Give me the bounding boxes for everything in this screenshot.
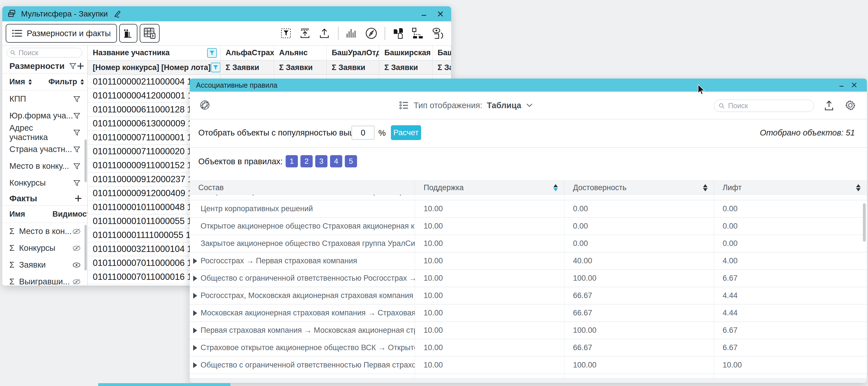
sidebar-item-fact[interactable]: ΣЗаявки — [2, 257, 87, 273]
popularity-threshold-input[interactable] — [352, 126, 374, 140]
sort-confidence-icon[interactable] — [703, 184, 708, 191]
column-header-participant[interactable]: Альянс — [274, 46, 327, 60]
rule-row[interactable]: Общество с ограниченной ответственностью… — [190, 357, 867, 374]
collapse-rows-icon[interactable] — [299, 27, 312, 39]
filter-funnel-icon[interactable] — [73, 112, 81, 120]
rule-row[interactable]: Закрытое акционерное общество Страховая … — [190, 235, 867, 253]
column-header-lift[interactable]: Лифт — [714, 181, 867, 195]
rule-row[interactable]: Московская акционерная страховая компани… — [190, 305, 867, 322]
minimize-button[interactable] — [417, 8, 430, 20]
add-fact-button[interactable] — [74, 195, 82, 202]
facts-scrollbar[interactable] — [85, 225, 87, 270]
rule-size-button[interactable]: 1 — [286, 155, 298, 168]
filter-funnel-icon[interactable] — [73, 179, 81, 187]
column-header-confidence[interactable]: Достоверность — [564, 181, 714, 195]
visibility-eye-off-icon[interactable] — [72, 279, 81, 285]
sidebar-item-dimension[interactable]: Место в конку... — [2, 158, 87, 175]
expand-row-icon[interactable] — [193, 362, 197, 368]
sidebar-search-input[interactable] — [18, 49, 79, 57]
dialog-search[interactable] — [714, 100, 814, 112]
copy-documents-icon[interactable] — [392, 27, 405, 39]
rule-row[interactable]: Росгосстрах, Московская акционерная стра… — [190, 287, 867, 305]
fit-column-width-button[interactable] — [119, 24, 137, 43]
rule-size-button[interactable]: 4 — [330, 155, 342, 168]
rules-table-scrollbar[interactable] — [863, 203, 866, 242]
dialog-settings-gear-icon[interactable] — [844, 99, 857, 112]
sidebar-item-fact[interactable]: ΣВыигравши... — [2, 273, 87, 286]
display-type-select[interactable]: Тип отображения: Таблица — [399, 98, 533, 112]
filter-funnel-icon[interactable] — [73, 95, 81, 103]
rule-row[interactable]: Росгосстрах, Первая страховая компания →… — [190, 374, 867, 379]
graph-view-icon[interactable] — [199, 99, 211, 111]
dialog-search-input[interactable] — [727, 101, 809, 110]
visibility-eye-off-icon[interactable] — [72, 245, 81, 251]
sidebar-item-dimension[interactable]: Страна участн... — [2, 141, 87, 158]
filter-area-icon[interactable] — [280, 27, 292, 39]
calculate-button[interactable]: Расчет — [391, 125, 421, 140]
column-header-support[interactable]: Поддержка — [415, 181, 564, 195]
expand-row-icon[interactable] — [193, 275, 197, 281]
hide-show-icon[interactable] — [431, 27, 445, 39]
column-header-participant[interactable]: АльфаСтрахова — [220, 46, 274, 60]
sigma-icon: Σ — [9, 260, 14, 270]
rule-size-button[interactable]: 3 — [315, 155, 328, 168]
rule-confidence-cell: 0.00 — [564, 218, 714, 235]
row-header-lot-label: [Номер конкурса] [Номер лота] — [93, 63, 211, 72]
sidebar-item-fact[interactable]: ΣКонкурсы — [2, 240, 87, 257]
rule-row[interactable]: Общество с ограниченной ответственностью… — [190, 195, 867, 200]
dimension-name: Юр.форма уча... — [9, 111, 73, 120]
dialog-close-button[interactable] — [848, 80, 861, 91]
compass-icon[interactable] — [365, 27, 378, 40]
expand-row-icon[interactable] — [193, 258, 197, 264]
rule-size-button[interactable]: 2 — [301, 155, 313, 168]
sort-name-icon[interactable] — [28, 79, 32, 85]
column-header-label: БашУралОтдел — [332, 49, 379, 57]
close-button[interactable] — [434, 8, 447, 20]
dimensions-facts-panel-button[interactable]: Размерности и факты — [6, 24, 117, 43]
dialog-minimize-button[interactable] — [836, 80, 848, 91]
dialog-export-icon[interactable] — [823, 100, 835, 112]
filter-funnel-icon[interactable] — [73, 129, 81, 136]
expand-row-icon[interactable] — [193, 328, 197, 333]
rule-row[interactable]: Открытое акционерное общество Страховая … — [190, 218, 867, 235]
rule-row[interactable]: Центр корпоративных решений10.000.000.00 — [190, 200, 867, 218]
participant-filter-button[interactable] — [207, 48, 217, 58]
sidebar-item-fact[interactable]: ΣМесто в кон... — [2, 223, 87, 240]
sort-lift-icon[interactable] — [856, 184, 861, 191]
sort-support-icon[interactable] — [553, 184, 558, 191]
filter-funnel-icon[interactable] — [73, 146, 81, 153]
visibility-eye-off-icon[interactable] — [72, 228, 81, 235]
expand-row-icon[interactable] — [193, 310, 197, 316]
rename-pencil-icon[interactable] — [113, 10, 122, 18]
lot-number: 0101100000211000004 1 — [93, 77, 192, 87]
sort-filter-icon[interactable] — [80, 79, 85, 85]
rule-row[interactable]: Первая страховая компания → Московская а… — [190, 322, 867, 339]
sidebar-search[interactable] — [6, 48, 82, 58]
bar-chart-icon[interactable] — [345, 27, 358, 39]
sidebar-item-dimension[interactable]: Конкурсы — [2, 175, 87, 191]
rule-row[interactable]: Росгосстрах → Первая страховая компания1… — [190, 253, 867, 270]
filter-funnel-icon[interactable] — [73, 162, 81, 170]
rule-row[interactable]: Общество с ограниченной ответственностью… — [190, 270, 867, 287]
rule-lift-cell: 6.67 — [714, 270, 867, 287]
column-header-participant[interactable]: БашУралОтдел — [327, 46, 379, 60]
expand-row-icon[interactable] — [193, 293, 197, 299]
rule-size-button[interactable]: 5 — [345, 155, 357, 168]
column-header-participant[interactable]: Башкирская ст — [379, 46, 432, 60]
table-structure-button[interactable] — [140, 24, 160, 43]
add-dimension-button[interactable] — [76, 62, 85, 70]
rule-row[interactable]: Страховое открытое акционерное общество … — [190, 339, 867, 357]
hierarchy-icon[interactable] — [411, 27, 425, 39]
rule-lift-cell: 6.67 — [714, 339, 867, 356]
expand-row-icon[interactable] — [193, 345, 197, 351]
dimensions-filter-icon[interactable] — [69, 62, 76, 70]
sidebar-item-dimension[interactable]: Адрес участника — [2, 124, 87, 141]
sidebar-item-dimension[interactable]: КПП — [2, 91, 87, 107]
export-icon[interactable] — [319, 27, 331, 39]
visibility-eye-icon[interactable] — [72, 262, 81, 268]
lot-filter-button[interactable] — [211, 63, 220, 72]
dimensions-scrollbar[interactable] — [85, 140, 87, 182]
column-header-participant[interactable]: Баш — [432, 46, 451, 60]
sidebar-item-dimension[interactable]: Юр.форма уча... — [2, 107, 87, 124]
column-header-composition[interactable]: Состав — [190, 181, 415, 195]
